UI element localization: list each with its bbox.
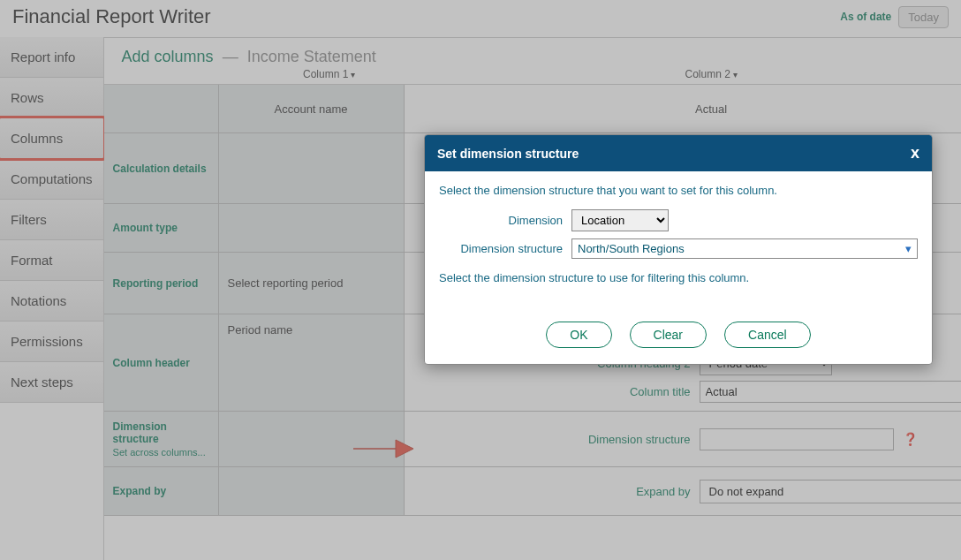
- chevron-down-icon[interactable]: ▾: [905, 242, 912, 255]
- modal-dimension-row: Dimension Location: [439, 209, 918, 231]
- dimension-structure-modal: Set dimension structure x Select the dim…: [424, 134, 933, 365]
- ok-button[interactable]: OK: [546, 322, 611, 348]
- modal-structure-label: Dimension structure: [439, 242, 563, 255]
- cancel-button[interactable]: Cancel: [724, 322, 811, 348]
- modal-structure-value: North/South Regions: [578, 242, 685, 255]
- modal-intro: Select the dimension structure that you …: [439, 184, 918, 197]
- modal-structure-row: Dimension structure North/South Regions …: [439, 238, 918, 259]
- modal-title: Set dimension structure: [437, 147, 579, 161]
- clear-button[interactable]: Clear: [630, 322, 707, 348]
- close-icon[interactable]: x: [911, 144, 919, 163]
- modal-dimension-select[interactable]: Location: [571, 209, 669, 231]
- modal-structure-input[interactable]: North/South Regions ▾: [571, 238, 918, 259]
- modal-header: Set dimension structure x: [425, 135, 932, 171]
- modal-footer: OK Clear Cancel: [425, 309, 932, 364]
- modal-hint: Select the dimension structure to use fo…: [439, 271, 918, 284]
- modal-dimension-label: Dimension: [439, 214, 563, 227]
- modal-body: Select the dimension structure that you …: [425, 171, 932, 309]
